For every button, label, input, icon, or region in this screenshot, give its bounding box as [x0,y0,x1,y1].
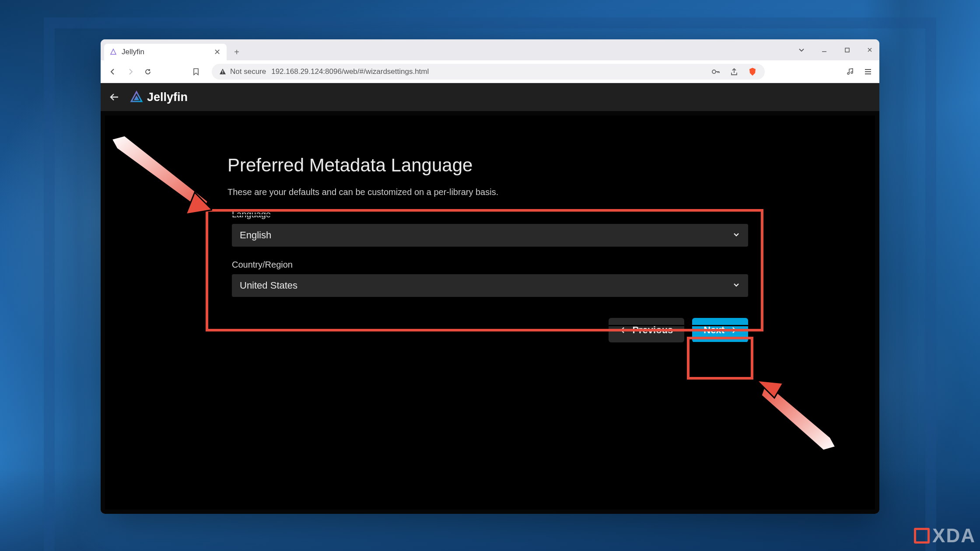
country-value: United States [240,280,298,291]
chevron-down-icon [732,230,740,241]
tab-close-icon[interactable]: ✕ [213,47,221,57]
browser-window: Jellyfin ✕ + [101,39,879,514]
browser-tab[interactable]: Jellyfin ✕ [104,44,227,60]
arrow-left-icon [620,326,629,335]
nav-reload-icon[interactable] [142,66,154,78]
omnibox-actions [710,66,758,77]
tab-strip: Jellyfin ✕ + [101,39,879,60]
xda-watermark: XDA [914,525,976,547]
language-select[interactable]: English [232,224,748,247]
wizard-button-row: Previous Next [228,310,752,342]
previous-label: Previous [632,324,673,336]
nav-forward-icon[interactable] [124,66,136,78]
language-field-group: Language English [228,209,752,247]
window-controls [795,39,876,60]
svg-rect-1 [845,48,849,52]
tabs-dropdown-icon[interactable] [795,44,808,56]
country-field-group: Country/Region United States [228,260,752,297]
next-button[interactable]: Next [692,318,748,342]
window-maximize-icon[interactable] [841,44,853,56]
security-indicator[interactable]: Not secure [219,67,266,76]
bookmark-icon[interactable] [190,66,202,78]
country-label: Country/Region [232,260,748,270]
app-back-icon[interactable] [108,91,120,103]
jellyfin-header: Jellyfin [101,83,879,111]
jellyfin-logo-icon [130,90,144,104]
wizard-panel: Preferred Metadata Language These are yo… [105,115,875,509]
nav-back-icon[interactable] [107,66,119,78]
xda-text: XDA [932,525,976,547]
key-icon[interactable] [710,66,721,77]
share-icon[interactable] [729,66,739,77]
tab-title: Jellyfin [122,48,208,56]
jellyfin-brand-text: Jellyfin [147,91,188,104]
country-select[interactable]: United States [232,274,748,297]
page-title: Preferred Metadata Language [228,155,752,176]
window-close-icon[interactable] [864,44,876,56]
svg-point-4 [712,70,716,73]
jellyfin-logo[interactable]: Jellyfin [130,90,188,104]
music-icon[interactable] [844,66,855,77]
page-subtitle: These are your defaults and can be custo… [228,187,752,197]
jellyfin-body: Preferred Metadata Language These are yo… [101,111,879,514]
chevron-down-icon [732,280,740,291]
address-bar: Not secure 192.168.29.124:8096/web/#/wiz… [101,60,879,83]
language-label: Language [232,209,748,220]
arrow-right-icon [728,326,737,335]
svg-rect-3 [222,73,223,73]
warning-icon [219,68,227,76]
previous-button[interactable]: Previous [609,318,684,342]
xda-logo-icon [914,528,930,544]
browser-right-icons [844,66,873,77]
language-value: English [240,230,271,241]
new-tab-button[interactable]: + [230,45,243,59]
menu-icon[interactable] [863,66,873,77]
wizard-content: Preferred Metadata Language These are yo… [228,155,752,342]
jellyfin-favicon-icon [109,48,117,56]
next-label: Next [704,324,724,336]
url-text: 192.168.29.124:8096/web/#/wizardsettings… [271,67,705,76]
jellyfin-page: Jellyfin Preferred Metadata Language The… [101,83,879,514]
security-label: Not secure [230,67,266,76]
window-minimize-icon[interactable] [818,44,830,56]
svg-rect-2 [222,70,223,73]
brave-shield-icon[interactable] [747,66,758,77]
omnibox[interactable]: Not secure 192.168.29.124:8096/web/#/wiz… [212,64,765,80]
